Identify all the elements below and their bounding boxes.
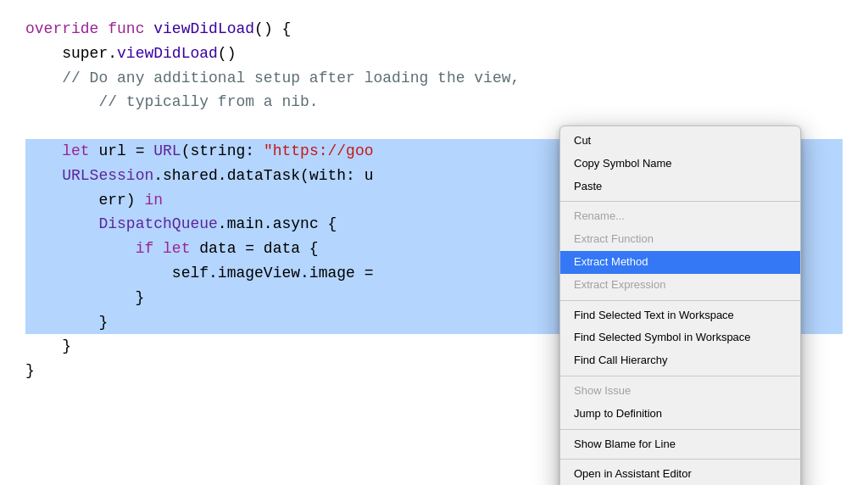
context-menu: Cut Copy Symbol Name Paste Rename... Ext… xyxy=(559,125,801,485)
menu-item-copy-symbol-name[interactable]: Copy Symbol Name xyxy=(560,153,800,176)
menu-item-extract-method[interactable]: Extract Method xyxy=(560,251,800,274)
menu-item-jump-to-definition[interactable]: Jump to Definition xyxy=(560,403,800,426)
menu-item-show-issue: Show Issue xyxy=(560,380,800,403)
menu-item-cut[interactable]: Cut xyxy=(560,130,800,153)
menu-item-find-selected-text[interactable]: Find Selected Text in Workspace xyxy=(560,304,800,327)
menu-item-show-blame[interactable]: Show Blame for Line xyxy=(560,433,800,456)
separator-4 xyxy=(560,429,800,430)
code-line-1: override func viewDidLoad() { xyxy=(25,17,843,42)
separator-2 xyxy=(560,300,800,301)
separator-5 xyxy=(560,459,800,460)
menu-item-find-call-hierarchy[interactable]: Find Call Hierarchy xyxy=(560,349,800,372)
menu-item-paste[interactable]: Paste xyxy=(560,176,800,198)
separator-3 xyxy=(560,376,800,376)
menu-item-open-assistant[interactable]: Open in Assistant Editor xyxy=(560,463,800,485)
code-line-3: // Do any additional setup after loading… xyxy=(25,66,843,91)
separator-1 xyxy=(560,201,800,202)
code-line-2: super.viewDidLoad() xyxy=(25,42,843,66)
menu-item-extract-expression: Extract Expression xyxy=(560,274,800,297)
menu-item-find-selected-symbol[interactable]: Find Selected Symbol in Workspace xyxy=(560,326,800,349)
menu-item-extract-function: Extract Function xyxy=(560,228,800,251)
code-editor: override func viewDidLoad() { super.view… xyxy=(0,0,868,485)
menu-item-rename: Rename... xyxy=(560,205,800,228)
code-line-4: // typically from a nib. xyxy=(25,90,843,114)
